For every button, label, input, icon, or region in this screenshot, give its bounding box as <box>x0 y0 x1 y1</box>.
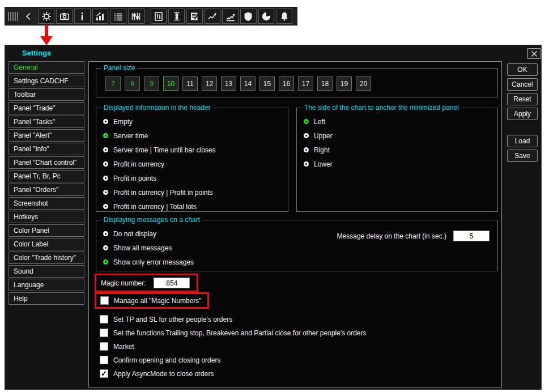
sidebar-item-panel-trade[interactable]: Panel "Trade" <box>8 102 84 114</box>
transfer-orders-button[interactable] <box>151 8 167 24</box>
panel-size-group: Panel size 7 8 9 10 11 12 13 14 15 16 17… <box>96 64 498 97</box>
alerts-button[interactable] <box>276 8 292 24</box>
confirm-orders-checkbox[interactable] <box>100 356 108 364</box>
radio-server-time[interactable]: Server time <box>103 131 288 140</box>
protection-button[interactable] <box>240 8 257 24</box>
magic-number-highlight: Magic number: <box>95 274 198 292</box>
ok-button[interactable]: OK <box>507 63 538 76</box>
notepad-edit-icon <box>189 11 199 22</box>
size-button-13[interactable]: 13 <box>221 76 236 91</box>
async-mode-checkbox[interactable] <box>100 369 108 378</box>
size-button-7[interactable]: 7 <box>105 76 121 91</box>
radio-profit-currency-points[interactable]: Profit in currency | Profit in points <box>103 188 288 197</box>
reset-button[interactable]: Reset <box>507 93 538 105</box>
save-button[interactable]: Save <box>507 150 538 162</box>
list-icon <box>113 11 124 22</box>
radio-empty[interactable]: Empty <box>103 117 288 126</box>
radio-show-all-messages[interactable]: Show all messages <box>103 244 497 252</box>
market-checkbox[interactable] <box>100 342 108 351</box>
sidebar-item-panel-alert[interactable]: Panel "Alert" <box>8 129 84 142</box>
annotation-arrow <box>40 25 53 46</box>
size-button-19[interactable]: 19 <box>337 76 352 91</box>
drag-grip-handle[interactable] <box>8 12 18 21</box>
size-button-15[interactable]: 15 <box>259 76 275 91</box>
checkbox-row-async-mode: Apply AsyncMode to close orders <box>100 369 367 378</box>
size-button-12[interactable]: 12 <box>202 76 217 91</box>
orders-list-button[interactable] <box>110 8 126 24</box>
spread-column-button[interactable] <box>168 8 185 24</box>
radio-selected-icon <box>103 133 108 138</box>
doc-transfer-icon <box>154 11 164 22</box>
sidebar-item-color-trade-history[interactable]: Color "Trade history" <box>8 252 84 264</box>
info-button[interactable] <box>74 8 91 24</box>
sessions-button[interactable] <box>258 8 275 24</box>
radio-show-only-errors[interactable]: Show only error messages <box>103 258 497 266</box>
sidebar-item-panel-info[interactable]: Panel "Info" <box>8 143 84 155</box>
sidebar-item-toolbar[interactable]: Toolbar <box>8 88 84 101</box>
radio-icon <box>304 133 309 138</box>
sidebar-item-sound[interactable]: Sound <box>8 265 84 278</box>
collapse-chevron-icon[interactable] <box>24 11 34 22</box>
size-button-10[interactable]: 10 <box>163 76 178 91</box>
screenshot-stage: Settings General Settings CADCHF Toolbar… <box>0 0 545 392</box>
radio-anchor-lower[interactable]: Lower <box>304 160 497 168</box>
trend-zigzag-icon <box>225 11 236 22</box>
sidebar-item-panel-orders[interactable]: Panel "Orders" <box>8 184 84 196</box>
apply-button[interactable]: Apply <box>507 108 538 120</box>
camera-icon <box>59 11 70 22</box>
sidebar-item-help[interactable]: Help <box>8 292 84 305</box>
sidebar-item-screenshot[interactable]: Screenshot <box>8 197 84 210</box>
close-button[interactable] <box>527 48 540 59</box>
magic-number-input[interactable] <box>154 278 190 288</box>
sidebar-item-language[interactable]: Language <box>8 279 84 291</box>
radio-icon <box>103 204 108 209</box>
size-button-18[interactable]: 18 <box>317 76 333 91</box>
settings-gear-button[interactable] <box>39 8 55 24</box>
radio-profit-currency[interactable]: Profit in currency <box>103 160 288 168</box>
size-button-8[interactable]: 8 <box>125 76 140 91</box>
sidebar-item-color-label[interactable]: Color Label <box>8 238 84 250</box>
size-button-17[interactable]: 17 <box>298 76 313 91</box>
radio-server-time-bar-close[interactable]: Server time | Time until bar closes <box>103 146 288 154</box>
radio-anchor-left[interactable]: Left <box>304 117 497 126</box>
sidebar-item-settings-cadchf[interactable]: Settings CADCHF <box>8 75 84 87</box>
sidebar-item-hotkeys[interactable]: Hotkeys <box>8 211 84 223</box>
radio-icon <box>304 161 309 167</box>
size-button-11[interactable]: 11 <box>182 76 198 91</box>
sidebar-item-color-panel[interactable]: Color Panel <box>8 224 84 237</box>
load-button[interactable]: Load <box>507 135 538 147</box>
radio-anchor-upper[interactable]: Upper <box>304 131 497 140</box>
options-checkbox-list: Set TP and SL for other people's orders … <box>100 315 367 383</box>
sidebar-item-panel-tasks[interactable]: Panel "Tasks" <box>8 116 84 128</box>
radio-icon <box>103 161 108 167</box>
settings-content-panel: Panel size 7 8 9 10 11 12 13 14 15 16 17… <box>88 61 502 387</box>
message-delay-input[interactable] <box>453 231 489 241</box>
sidebar-item-panel-tr-br-pc[interactable]: Panel Tr, Br, Pc <box>8 170 84 182</box>
statistics-button[interactable] <box>92 8 109 24</box>
size-button-20[interactable]: 20 <box>356 76 371 91</box>
sidebar-item-general[interactable]: General <box>8 61 84 74</box>
checkbox-row-confirm-orders: Confirm opening and closing orders <box>100 356 367 364</box>
checkbox-row-set-tp-sl: Set TP and SL for other people's orders <box>100 315 367 323</box>
radio-anchor-right[interactable]: Right <box>304 146 497 154</box>
radio-profit-points[interactable]: Profit in points <box>103 174 288 182</box>
trend-analysis-button[interactable] <box>222 8 239 24</box>
trailing-functions-checkbox[interactable] <box>100 329 108 337</box>
candles-settings-button[interactable] <box>128 8 144 24</box>
panel-size-legend: Panel size <box>101 64 138 72</box>
trend-line-button[interactable] <box>205 8 221 24</box>
radio-profit-currency-lots[interactable]: Profit in currency | Total lots <box>103 202 288 211</box>
checkbox-row-trailing-functions: Set the functions Trailing stop, Breakev… <box>100 329 367 337</box>
size-button-14[interactable]: 14 <box>240 76 256 91</box>
manage-magic-numbers-checkbox[interactable] <box>100 296 109 305</box>
message-delay-row: Message delay on the chart (in sec.) <box>337 231 489 241</box>
screenshot-camera-button[interactable] <box>56 8 73 24</box>
set-tp-sl-checkbox[interactable] <box>100 315 108 323</box>
radio-icon <box>103 231 108 236</box>
notes-edit-button[interactable] <box>186 8 203 24</box>
size-button-16[interactable]: 16 <box>279 76 294 91</box>
header-info-legend: Displayed information in the header <box>101 104 214 112</box>
size-button-9[interactable]: 9 <box>144 76 159 91</box>
cancel-button[interactable]: Cancel <box>507 78 538 91</box>
sidebar-item-panel-chart-control[interactable]: Panel "Chart control" <box>8 156 84 169</box>
